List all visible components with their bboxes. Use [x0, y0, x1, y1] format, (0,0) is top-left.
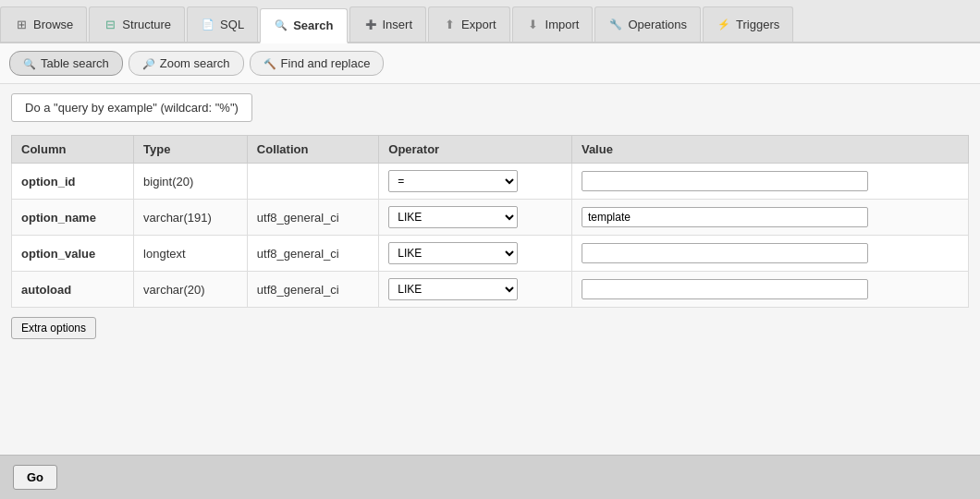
tab-browse[interactable]: Browse: [0, 6, 87, 42]
table-row: option_idbigint(20)=!=<><=>=LIKENOT LIKE…: [12, 164, 969, 200]
operator-select-autoload[interactable]: =!=<><=>=LIKENOT LIKEINNOT INIS NULLIS N…: [388, 278, 518, 300]
subtab-find-replace[interactable]: Find and replace: [250, 51, 385, 76]
subtab-table-search-label: Table search: [41, 56, 109, 70]
value-input-option_value[interactable]: [582, 243, 868, 263]
footer-bar: Go: [0, 455, 980, 499]
cell-column-name: option_id: [12, 164, 134, 200]
table-search-icon: [23, 56, 36, 70]
operator-select-option_id[interactable]: =!=<><=>=LIKENOT LIKEINNOT INIS NULLIS N…: [388, 170, 518, 192]
cell-value[interactable]: [571, 164, 968, 200]
extra-options-button[interactable]: Extra options: [11, 317, 96, 339]
sql-icon: [201, 18, 215, 32]
insert-icon: [363, 18, 378, 32]
export-icon: [442, 18, 457, 32]
cell-collation: utf8_general_ci: [247, 236, 378, 272]
cell-type: varchar(191): [134, 200, 248, 236]
table-row: autoloadvarchar(20)utf8_general_ci=!=<><…: [12, 272, 969, 308]
tab-export-label: Export: [461, 18, 496, 31]
tab-import[interactable]: Import: [512, 6, 594, 42]
tab-triggers[interactable]: Triggers: [703, 6, 793, 42]
tab-browse-label: Browse: [33, 18, 73, 31]
triggers-icon: [717, 18, 731, 32]
value-input-option_id[interactable]: [582, 171, 868, 191]
subtab-find-replace-label: Find and replace: [281, 56, 371, 70]
sub-nav: Table search Zoom search Find and replac…: [0, 43, 980, 84]
tab-operations[interactable]: Operations: [594, 6, 701, 42]
tab-structure[interactable]: Structure: [89, 6, 185, 42]
subtab-zoom-search-label: Zoom search: [160, 56, 230, 70]
table-header-row: Column Type Collation Operator Value: [12, 136, 969, 164]
cell-collation: [247, 164, 378, 200]
col-header-type: Type: [134, 136, 248, 164]
go-button[interactable]: Go: [13, 465, 57, 490]
cell-collation: utf8_general_ci: [247, 200, 378, 236]
col-header-operator: Operator: [379, 136, 572, 164]
col-header-column: Column: [12, 136, 134, 164]
search-table-wrap: Column Type Collation Operator Value opt…: [0, 135, 980, 308]
operations-icon: [608, 18, 623, 32]
tab-structure-label: Structure: [122, 18, 171, 31]
tab-search[interactable]: Search: [260, 8, 347, 43]
tab-search-label: Search: [293, 18, 333, 32]
cell-type: longtext: [134, 236, 248, 272]
tab-insert-label: Insert: [383, 18, 413, 31]
import-icon: [526, 18, 541, 32]
cell-value[interactable]: [571, 236, 968, 272]
subtab-table-search[interactable]: Table search: [9, 51, 123, 76]
cell-column-name: option_value: [12, 236, 134, 272]
structure-icon: [103, 18, 117, 32]
cell-operator[interactable]: =!=<><=>=LIKENOT LIKEINNOT INIS NULLIS N…: [379, 200, 572, 236]
table-row: option_valuelongtextutf8_general_ci=!=<>…: [12, 236, 969, 272]
cell-type: bigint(20): [134, 164, 248, 200]
col-header-value: Value: [571, 136, 968, 164]
search-icon: [274, 18, 288, 33]
top-nav: Browse Structure SQL Search Insert Expor…: [0, 0, 980, 43]
tab-operations-label: Operations: [628, 18, 687, 31]
operator-select-option_value[interactable]: =!=<><=>=LIKENOT LIKEINNOT INIS NULLIS N…: [388, 242, 518, 264]
cell-column-name: option_name: [12, 200, 134, 236]
search-table: Column Type Collation Operator Value opt…: [11, 135, 969, 308]
query-hint: Do a "query by example" (wildcard: "%"): [11, 93, 252, 122]
value-input-autoload[interactable]: [582, 279, 868, 299]
cell-operator[interactable]: =!=<><=>=LIKENOT LIKEINNOT INIS NULLIS N…: [379, 236, 572, 272]
cell-value[interactable]: [571, 272, 968, 308]
subtab-zoom-search[interactable]: Zoom search: [129, 51, 244, 76]
query-hint-text: Do a "query by example" (wildcard: "%"): [25, 101, 239, 115]
tab-import-label: Import: [545, 18, 580, 31]
col-header-collation: Collation: [247, 136, 378, 164]
cell-operator[interactable]: =!=<><=>=LIKENOT LIKEINNOT INIS NULLIS N…: [379, 272, 572, 308]
find-replace-icon: [263, 56, 276, 70]
tab-triggers-label: Triggers: [736, 18, 779, 31]
cell-column-name: autoload: [12, 272, 134, 308]
operator-select-option_name[interactable]: =!=<><=>=LIKENOT LIKEINNOT INIS NULLIS N…: [388, 206, 518, 228]
tab-insert[interactable]: Insert: [349, 6, 427, 42]
table-row: option_namevarchar(191)utf8_general_ci=!…: [12, 200, 969, 236]
tab-sql-label: SQL: [220, 18, 244, 31]
cell-operator[interactable]: =!=<><=>=LIKENOT LIKEINNOT INIS NULLIS N…: [379, 164, 572, 200]
cell-type: varchar(20): [134, 272, 248, 308]
cell-collation: utf8_general_ci: [247, 272, 378, 308]
tab-export[interactable]: Export: [428, 6, 510, 42]
extra-options-wrap: Extra options: [0, 308, 980, 348]
zoom-search-icon: [142, 56, 155, 70]
browse-icon: [14, 18, 29, 32]
cell-value[interactable]: [571, 200, 968, 236]
tab-sql[interactable]: SQL: [187, 6, 258, 42]
value-input-option_name[interactable]: [582, 207, 868, 227]
